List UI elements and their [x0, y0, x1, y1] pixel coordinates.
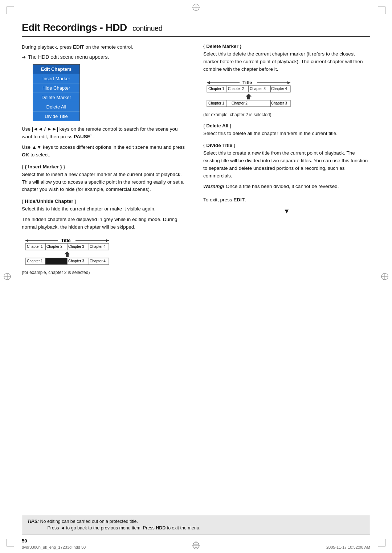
- svg-marker-25: [64, 251, 70, 254]
- menu-item-delete-marker: Delete Marker: [33, 93, 79, 102]
- insert-marker-heading-text: { Insert Marker }: [25, 164, 62, 169]
- reg-mark-top: [192, 3, 200, 12]
- hide-chapter-body1: Select this to hide the current chapter …: [22, 205, 189, 213]
- page-number: 50: [22, 538, 27, 544]
- svg-rect-28: [45, 258, 67, 265]
- tips-mid-text: to go back to the previous menu item. Pr…: [66, 525, 156, 531]
- hide-chapter-diagram-svg: Title Chapter 1 Chapter 2 Chapter 3 Chap…: [22, 235, 127, 267]
- tips-box: TIPS: No editing can be carried out on a…: [22, 515, 370, 535]
- tips-label: TIPS:: [27, 519, 39, 524]
- menu-item-delete-all: Delete All: [33, 102, 79, 112]
- insert-marker-heading: { { Insert Marker } }: [22, 164, 189, 169]
- continued-label: continued: [132, 24, 162, 32]
- svg-text:Chapter 1: Chapter 1: [208, 87, 224, 91]
- svg-text:Chapter 4: Chapter 4: [271, 87, 287, 91]
- page-content: Edit Recordings - HDD continued During p…: [22, 22, 370, 524]
- reg-mark-right: [380, 272, 389, 281]
- tips-press: Press: [47, 525, 60, 531]
- down-triangle-icon: ▼: [203, 208, 370, 215]
- svg-text:Chapter 1: Chapter 1: [27, 245, 43, 249]
- delete-marker-diagram-svg: Title Chapter 1 Chapter 2 Chapter 3 Chap…: [203, 77, 309, 109]
- title-text: Edit Recordings - HDD: [22, 22, 127, 33]
- hide-chapter-diagram: Title Chapter 1 Chapter 2 Chapter 3 Chap…: [22, 235, 189, 276]
- svg-text:Chapter 3: Chapter 3: [68, 245, 84, 249]
- svg-text:Chapter 2: Chapter 2: [228, 87, 244, 91]
- svg-rect-26: [66, 254, 69, 257]
- tips-end-text: to exit the menu.: [167, 525, 200, 531]
- svg-text:Chapter 1: Chapter 1: [27, 259, 43, 263]
- nav-paragraph-2: Use ▲▼ keys to access different options …: [22, 144, 189, 159]
- divide-title-body1: Select this to create a new title from t…: [203, 149, 370, 180]
- menu-item-insert-marker: Insert Marker: [33, 74, 79, 83]
- hide-chapter-caption: (for example, chapter 2 is selected): [22, 269, 189, 276]
- left-column: During playback, press EDIT on the remot…: [22, 44, 189, 279]
- svg-text:Chapter 2: Chapter 2: [46, 245, 62, 249]
- edit-menu-box: Edit Chapters Insert Marker Hide Chapter…: [33, 64, 80, 121]
- arrow-icon: ➔: [22, 54, 26, 60]
- svg-marker-37: [207, 81, 210, 84]
- menu-item-hide-chapter: Hide Chapter: [33, 83, 79, 93]
- svg-text:Title: Title: [61, 238, 71, 243]
- tips-back-icon: ◄: [60, 525, 65, 531]
- delete-marker-body: Select this to delete the current chapte…: [203, 50, 370, 73]
- delete-all-heading: { Delete All }: [203, 123, 370, 128]
- delete-marker-heading: { Delete Marker }: [203, 44, 370, 49]
- intro-bullet-text: The HDD edit scene menu appears.: [28, 54, 109, 60]
- reg-mark-left: [3, 272, 12, 281]
- svg-text:Chapter 4: Chapter 4: [90, 245, 106, 249]
- two-column-layout: During playback, press EDIT on the remot…: [22, 44, 370, 279]
- corner-mark-br: [378, 539, 385, 546]
- svg-text:Chapter 3: Chapter 3: [271, 101, 287, 105]
- svg-text:Chapter 4: Chapter 4: [90, 259, 106, 263]
- delete-marker-diagram: Title Chapter 1 Chapter 2 Chapter 3 Chap…: [203, 77, 370, 118]
- arrow-bullet: ➔ The HDD edit scene menu appears.: [22, 54, 189, 60]
- right-column: { Delete Marker } Select this to delete …: [203, 44, 370, 279]
- svg-text:Chapter 1: Chapter 1: [208, 101, 224, 105]
- svg-text:Chapter 2: Chapter 2: [232, 101, 248, 105]
- intro-paragraph: During playback, press EDIT on the remot…: [22, 44, 189, 51]
- svg-marker-16: [106, 239, 109, 242]
- footer-file: dvdr3300h_uk_eng_17233d.indd 50: [22, 545, 86, 549]
- svg-text:Chapter 3: Chapter 3: [68, 259, 84, 263]
- tips-text-1: No editing can be carried out on a prote…: [40, 519, 138, 524]
- svg-marker-38: [287, 81, 290, 84]
- svg-text:Title: Title: [242, 80, 252, 85]
- corner-mark-tr: [378, 7, 385, 14]
- svg-marker-15: [25, 239, 28, 242]
- svg-marker-47: [246, 94, 252, 97]
- footer-date: 2005-11-17 10:52:08 AM: [326, 545, 370, 549]
- delete-all-body: Select this to delete all the chapter ma…: [203, 130, 370, 138]
- divide-title-warning: Warning! Once a title has been divided, …: [203, 183, 370, 191]
- tips-hdd-bold: HDD: [156, 525, 166, 531]
- svg-rect-48: [247, 97, 250, 99]
- hide-chapter-heading: { Hide/Unhide Chapter }: [22, 198, 189, 204]
- page-header: Edit Recordings - HDD continued: [22, 22, 370, 37]
- page-title: Edit Recordings - HDD continued: [22, 22, 162, 33]
- menu-item-edit-chapters: Edit Chapters: [33, 65, 79, 74]
- corner-mark-tl: [7, 7, 14, 14]
- insert-marker-body: Select this to insert a new chapter mark…: [22, 171, 189, 194]
- delete-marker-caption: (for example, chapter 2 is selected): [203, 111, 370, 118]
- exit-text: To exit, press EDIT.: [203, 196, 370, 204]
- menu-item-divide-title: Divide Title: [33, 112, 79, 121]
- nav-paragraph-1: Use |◄◄ / ►►| keys on the remote control…: [22, 126, 189, 141]
- svg-text:Chapter 3: Chapter 3: [250, 87, 266, 91]
- footer-reg-bottom: [192, 541, 200, 549]
- corner-mark-bl: [7, 539, 14, 546]
- divide-title-heading: { Divide Title }: [203, 143, 370, 148]
- hide-chapter-body2: The hidden chapters are displayed in gre…: [22, 216, 189, 231]
